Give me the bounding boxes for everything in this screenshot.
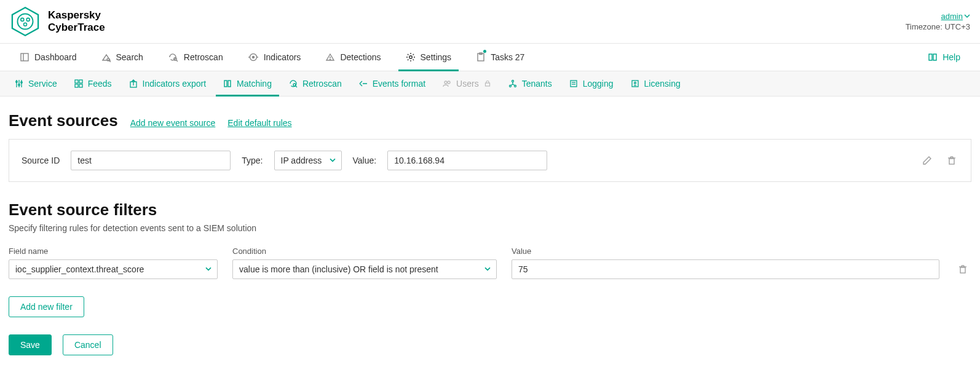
event-sources-title: Event sources [9,111,118,130]
indicators-icon [248,52,259,62]
save-button[interactable]: Save [9,334,52,355]
subnav-service[interactable]: Service [6,71,66,96]
subnav-label: Logging [583,79,614,89]
svg-line-8 [109,61,111,63]
condition-label: Condition [232,247,497,256]
condition-select-value: value is more than (inclusive) OR field … [239,264,438,274]
svg-point-2 [21,18,24,21]
svg-point-36 [448,81,450,84]
nav-retroscan[interactable]: Retroscan [156,44,235,71]
subnav-retroscan[interactable]: Retroscan [280,71,350,96]
svg-point-45 [634,82,636,84]
subnav-licensing[interactable]: Licensing [622,71,689,96]
pencil-icon [922,156,932,165]
subnav-indicators-export[interactable]: Indicators export [121,71,215,96]
user-menu[interactable]: admin [941,12,970,21]
svg-rect-28 [75,84,78,87]
cancel-button[interactable]: Cancel [63,334,113,355]
svg-point-4 [24,23,27,26]
field-name-select[interactable]: ioc_supplier_context.threat_score [9,259,218,279]
tasks-icon [476,52,486,62]
top-nav: Dashboard Search Retroscan Indicators De… [0,43,980,71]
events-format-icon [359,79,368,88]
retroscan-icon [289,79,298,88]
svg-point-17 [409,56,412,59]
nav-dashboard[interactable]: Dashboard [7,44,89,71]
nav-detections[interactable]: Detections [313,44,393,71]
filters-subtitle: Specify filtering rules for detection ev… [9,223,971,233]
delete-filter-button[interactable] [956,263,970,276]
search-icon [101,52,111,62]
condition-select[interactable]: value is more than (inclusive) OR field … [232,259,497,279]
subnav-users: Users [434,71,500,96]
value-input[interactable] [387,151,547,170]
subnav-matching[interactable]: Matching [215,71,280,96]
field-name-select-value: ioc_supplier_context.threat_score [15,264,144,274]
tenants-icon [508,79,517,88]
nav-indicators[interactable]: Indicators [235,44,314,71]
svg-rect-27 [79,80,82,83]
brand-logo-icon [10,6,41,37]
svg-point-3 [26,18,30,21]
chevron-down-icon [329,156,336,164]
detections-icon [325,52,335,62]
nav-help[interactable]: Help [915,44,973,71]
subnav-label: Events format [373,79,425,89]
source-id-input[interactable] [71,151,231,170]
type-label: Type: [242,156,263,165]
subnav-events-format[interactable]: Events format [350,71,434,96]
subnav-tenants[interactable]: Tenants [500,71,561,96]
value-label: Value: [353,156,377,165]
export-icon [129,79,138,88]
nav-search[interactable]: Search [89,44,156,71]
field-name-label: Field name [9,247,218,256]
svg-line-34 [295,86,297,88]
header-right: admin Timezone: UTC+3 [906,12,970,31]
filter-value-input[interactable] [512,259,939,279]
matching-icon [223,79,232,88]
source-id-label: Source ID [22,156,60,165]
delete-source-button[interactable] [945,154,958,167]
svg-point-35 [445,81,447,84]
svg-rect-47 [949,159,954,164]
edit-default-rules-link[interactable]: Edit default rules [227,118,291,128]
subnav-feeds[interactable]: Feeds [66,71,121,96]
type-select[interactable]: IP address [274,151,342,170]
retroscan-icon [168,52,179,62]
svg-rect-26 [75,80,78,83]
subnav-label: Users [456,79,479,89]
nav-label: Tasks 27 [491,52,524,62]
nav-label: Settings [421,52,452,62]
value-col-label: Value [512,247,939,256]
brand-text: Kaspersky CyberTrace [48,9,105,33]
subnav-label: Indicators export [143,79,207,89]
trash-icon [947,156,957,165]
svg-point-7 [107,58,109,61]
brand-line1: Kaspersky [48,9,105,22]
subnav-label: Tenants [522,79,552,89]
nav-settings[interactable]: Settings [393,44,464,71]
svg-rect-31 [224,81,227,87]
svg-rect-52 [960,267,965,273]
brand-line2: CyberTrace [48,22,105,34]
subnav-logging[interactable]: Logging [561,71,622,96]
subnav-label: Service [28,79,57,89]
chevron-down-icon [484,265,491,272]
svg-rect-5 [21,53,28,61]
trash-icon [958,264,968,274]
add-filter-button[interactable]: Add new filter [9,296,84,317]
svg-rect-32 [228,81,231,87]
svg-point-16 [330,59,331,60]
subnav-label: Feeds [88,79,112,89]
help-icon [928,52,938,62]
subnav-label: Retroscan [302,79,342,89]
svg-marker-0 [12,7,38,35]
gear-icon [406,52,416,62]
add-event-source-link[interactable]: Add new event source [130,118,216,128]
chevron-down-icon [964,12,970,21]
sliders-icon [15,79,23,88]
edit-button[interactable] [920,154,934,167]
subnav-label: Licensing [644,79,681,89]
nav-tasks[interactable]: Tasks 27 [464,44,537,71]
svg-point-12 [252,57,254,58]
